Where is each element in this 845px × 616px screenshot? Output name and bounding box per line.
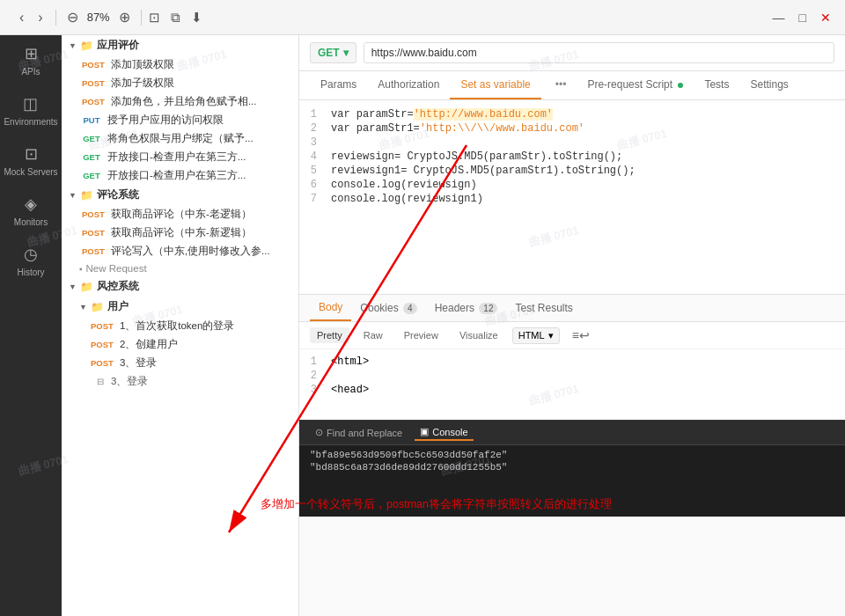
list-item[interactable]: POST 2、创建用户 [62,335,298,354]
new-request-item[interactable]: ▪ New Request [62,260,298,276]
collapse-icon: ▼ [69,282,77,291]
maximize-button[interactable]: □ [799,11,806,25]
list-item[interactable]: POST 添加子级权限 [62,74,298,92]
code-line-7: 7 console.log(reviewsign1) [299,192,845,206]
response-body[interactable]: 1 <html> 2 3 <head> [299,349,845,420]
zoom-out-button[interactable]: ⊖ [63,7,82,27]
resp-wrap-button[interactable]: ≡↩ [567,326,595,345]
method-select[interactable]: GET ▾ [310,42,356,63]
line-number: 1 [299,356,327,368]
resp-preview-button[interactable]: Preview [397,327,445,343]
item-label: 2、创建用户 [120,338,178,351]
subgroup-header-user[interactable]: ▼ 📁 用户 [62,297,298,317]
url-input[interactable] [364,42,834,63]
download-icon[interactable]: ⬇ [191,10,202,26]
list-item[interactable]: GET 将角色权限与用户绑定（赋予... [62,129,298,148]
group-header-risk[interactable]: ▼ 📁 风控系统 [62,276,298,297]
line-content: reviewsign= CryptoJS.MD5(paramStr).toStr… [327,150,845,163]
list-item[interactable]: POST 3、登录 [62,354,298,372]
line-content: reviewsign1= CryptoJS.MD5(paramStr1).toS… [327,165,845,177]
resp-visualize-button[interactable]: Visualize [452,327,505,343]
method-badge: POST [88,320,116,332]
code-string: 'http://www.baidu.com' [414,108,553,121]
nav-back-button[interactable]: ‹ [14,8,29,27]
code-line-1: 1 var paramStr='http://www.baidu.com' [299,107,845,121]
resp-tab-headers[interactable]: Headers 12 [426,296,507,320]
tab-console[interactable]: ▣ Console [415,424,473,441]
tab-pre-request[interactable]: Pre-request Script [577,71,694,99]
collapse-icon: ▼ [69,41,77,50]
resp-format-select[interactable]: HTML ▾ [512,327,560,344]
code-editor[interactable]: 1 var paramStr='http://www.baidu.com' 2 … [299,100,845,294]
list-item[interactable]: POST 添加顶级权限 [62,55,298,74]
minimize-button[interactable]: — [773,11,785,25]
folder-icon: 📁 [91,301,104,313]
sidebar-item-history[interactable]: ◷ History [17,245,44,277]
group-label: 应用评价 [97,39,139,52]
tab-params[interactable]: Params [310,71,367,99]
console-content: "bfa89e563d9509fbc5c6503dd50faf2e" "bd88… [299,445,845,517]
method-badge: POST [79,246,107,257]
resp-raw-button[interactable]: Raw [356,327,390,343]
line-number: 7 [299,193,327,205]
list-item[interactable]: GET 开放接口-检查用户在第三方... [62,148,298,166]
sidebar-item-apis[interactable]: ⊞ APIs [21,44,40,77]
sidebar-item-mock-servers[interactable]: ⊡ Mock Servers [4,144,57,177]
tab-find-replace[interactable]: ⊙ Find and Replace [310,425,408,440]
item-label: 授予用户应用的访问权限 [107,114,224,127]
window-icon[interactable]: ⧉ [171,10,180,26]
folder-icon: 📁 [80,281,93,293]
list-item[interactable]: POST 获取商品评论（中东-新逻辑） [62,224,298,242]
tab-settings[interactable]: Settings [739,71,798,99]
resp-tab-body[interactable]: Body [310,295,351,321]
headers-count-badge: 12 [479,303,497,314]
tab-authorization[interactable]: Authorization [367,71,450,99]
item-label: 3、登录 [120,356,157,370]
line-content: var paramStr1='http:\\/\\/www.baidu.com' [327,122,845,135]
group-header-app-review[interactable]: ▼ 📁 应用评价 [62,35,298,55]
list-item[interactable]: POST 获取商品评论（中东-老逻辑） [62,205,298,224]
nav-forward-button[interactable]: › [33,8,48,27]
window-controls: — □ ✕ [773,11,831,25]
tab-set-as-variable[interactable]: Set as variable [450,71,540,99]
method-dropdown-icon: ▾ [343,47,349,59]
response-toolbar: Pretty Raw Preview Visualize HTML ▾ ≡↩ [299,322,845,349]
sidebar-item-monitors[interactable]: ◈ Monitors [14,194,48,227]
list-item[interactable]: POST 评论写入（中东,使用时修改入参... [62,242,298,260]
item-label: 3、登录 [111,375,148,388]
resp-code-line-2: 2 [299,369,845,383]
resp-tab-test-results[interactable]: Test Results [506,296,581,320]
mock-servers-icon: ⊡ [25,144,38,164]
tab-more[interactable]: ••• [545,71,577,99]
code-line-3: 3 [299,136,845,150]
zoom-in-button[interactable]: ⊕ [115,7,134,27]
view-icon[interactable]: ⊡ [149,10,160,26]
close-button[interactable]: ✕ [820,11,831,25]
list-item[interactable]: POST 1、首次获取token的登录 [62,317,298,335]
item-label: 获取商品评论（中东-新逻辑） [111,226,252,239]
list-item[interactable]: PUT 授予用户应用的访问权限 [62,111,298,129]
history-icon: ◷ [24,245,38,264]
folder-icon: 📁 [80,40,93,52]
folder-icon: 📁 [80,189,93,202]
method-label: GET [318,47,340,59]
resp-pretty-button[interactable]: Pretty [310,327,349,343]
list-item[interactable]: GET 开放接口-检查用户在第三方... [62,166,298,185]
icon-sidebar: ⊞ APIs ◫ Environments ⊡ Mock Servers ◈ M… [0,35,62,616]
list-item[interactable]: ⊟ 3、登录 [62,372,298,391]
resp-line-content: <head> [327,384,845,396]
item-label: 添加角色，并且给角色赋予相... [111,95,257,108]
sidebar-item-environments[interactable]: ◫ Environments [4,94,57,127]
collapse-icon: ▼ [69,191,77,200]
code-line-5: 5 reviewsign1= CryptoJS.MD5(paramStr1).t… [299,164,845,178]
collapse-icon: ▼ [79,303,87,312]
item-label: 添加子级权限 [111,77,174,90]
tab-tests[interactable]: Tests [694,71,739,99]
list-item[interactable]: POST 添加角色，并且给角色赋予相... [62,92,298,111]
environments-icon: ◫ [23,94,38,114]
separator-2 [141,10,142,26]
main-content: GET ▾ Params Authorization Set as variab… [299,35,845,616]
resp-tab-cookies[interactable]: Cookies 4 [351,296,425,320]
group-header-comments[interactable]: ▼ 📁 评论系统 [62,185,298,205]
method-badge: POST [79,209,107,220]
